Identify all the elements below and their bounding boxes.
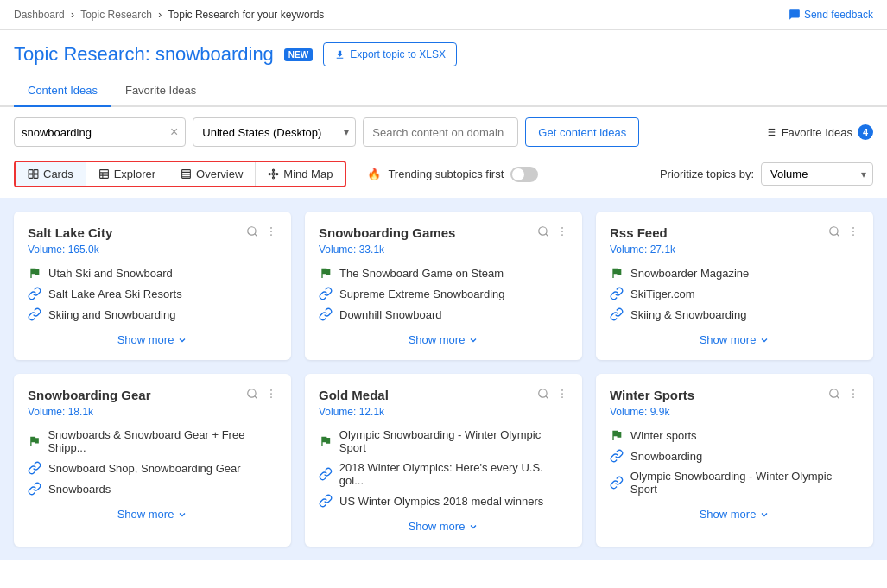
card-volume: Volume: 18.1k bbox=[28, 406, 277, 418]
prioritize-select-wrapper: Volume Efficiency Topic Efficiency bbox=[761, 162, 873, 186]
feedback-icon bbox=[789, 9, 801, 21]
svg-point-29 bbox=[270, 227, 272, 229]
svg-point-36 bbox=[561, 234, 563, 236]
card-salt-lake-city: Salt Lake City Volume: 165.0k Utah Ski a… bbox=[14, 212, 291, 360]
tab-favorite-ideas[interactable]: Favorite Ideas bbox=[111, 75, 210, 107]
card-item: Utah Ski and Snowboard bbox=[28, 266, 277, 280]
link-icon bbox=[610, 476, 624, 490]
svg-point-42 bbox=[248, 389, 256, 397]
card-more-icon[interactable] bbox=[847, 225, 859, 240]
favorite-ideas-button[interactable]: Favorite Ideas 4 bbox=[764, 124, 873, 140]
card-item: US Winter Olympics 2018 medal winners bbox=[319, 494, 568, 508]
card-more-icon[interactable] bbox=[265, 388, 277, 402]
card-item: Skiing & Snowboarding bbox=[610, 307, 859, 321]
card-snowboarding-games: Snowboarding Games Volume: 33.1k The Sno… bbox=[305, 212, 582, 360]
breadcrumb-dashboard[interactable]: Dashboard bbox=[14, 9, 65, 21]
link-icon bbox=[610, 287, 624, 300]
card-search-icon[interactable] bbox=[537, 225, 549, 240]
viewmode-explorer-button[interactable]: Explorer bbox=[86, 162, 168, 186]
chevron-down-icon bbox=[177, 509, 187, 520]
card-title: Salt Lake City bbox=[28, 225, 112, 240]
get-ideas-button[interactable]: Get content ideas bbox=[525, 117, 639, 147]
location-select[interactable]: United States (Desktop) United Kingdom (… bbox=[193, 117, 356, 147]
chevron-down-icon bbox=[468, 522, 478, 532]
card-actions bbox=[246, 388, 277, 402]
page-header: Topic Research: snowboarding new Export … bbox=[0, 30, 887, 75]
breadcrumb-current: Topic Research for your keywords bbox=[168, 9, 325, 21]
chevron-down-icon bbox=[177, 335, 187, 345]
card-search-icon[interactable] bbox=[537, 388, 549, 402]
show-more-button[interactable]: Show more bbox=[28, 508, 277, 521]
top-nav: Dashboard › Topic Research › Topic Resea… bbox=[0, 0, 887, 30]
link-icon bbox=[319, 287, 333, 300]
breadcrumb-topic-research[interactable]: Topic Research bbox=[80, 9, 152, 21]
svg-point-44 bbox=[270, 389, 272, 391]
card-title: Snowboarding Gear bbox=[28, 388, 151, 402]
card-more-icon[interactable] bbox=[265, 225, 277, 240]
card-item: Skiing and Snowboarding bbox=[28, 307, 277, 321]
show-more-button[interactable]: Show more bbox=[610, 508, 859, 521]
viewmode-overview-button[interactable]: Overview bbox=[168, 162, 256, 186]
viewmode-bar: Cards Explorer Overview bbox=[0, 157, 887, 198]
svg-rect-6 bbox=[29, 170, 33, 174]
green-flag-icon bbox=[319, 434, 333, 448]
svg-point-54 bbox=[852, 389, 854, 391]
viewmode-mindmap-button[interactable]: Mind Map bbox=[256, 162, 345, 186]
svg-rect-7 bbox=[34, 170, 38, 174]
card-more-icon[interactable] bbox=[556, 225, 568, 240]
trending-section: 🔥 Trending subtopics first bbox=[367, 167, 538, 182]
export-icon bbox=[334, 49, 345, 60]
show-more-button[interactable]: Show more bbox=[319, 333, 568, 346]
tab-content-ideas[interactable]: Content Ideas bbox=[14, 75, 111, 107]
card-search-icon[interactable] bbox=[246, 388, 258, 402]
svg-point-37 bbox=[830, 227, 838, 235]
cards-container: Salt Lake City Volume: 165.0k Utah Ski a… bbox=[0, 198, 887, 560]
card-item: Snowboards & Snowboard Gear + Free Shipp… bbox=[28, 428, 277, 454]
svg-point-31 bbox=[270, 234, 272, 236]
card-title: Gold Medal bbox=[319, 388, 389, 402]
cards-icon bbox=[28, 168, 39, 180]
card-more-icon[interactable] bbox=[847, 388, 859, 402]
prioritize-section: Prioritize topics by: Volume Efficiency … bbox=[660, 162, 873, 186]
card-title: Snowboarding Games bbox=[319, 225, 455, 240]
card-search-icon[interactable] bbox=[828, 388, 840, 402]
viewmode-cards-button[interactable]: Cards bbox=[16, 162, 86, 186]
svg-line-43 bbox=[255, 396, 257, 399]
green-flag-icon bbox=[28, 434, 41, 448]
card-header: Rss Feed bbox=[610, 225, 859, 240]
toggle-knob bbox=[512, 168, 524, 180]
keyword-input-wrapper: × bbox=[14, 117, 186, 147]
card-search-icon[interactable] bbox=[246, 225, 258, 240]
svg-point-30 bbox=[270, 231, 272, 232]
card-rss-feed: Rss Feed Volume: 27.1k Snowboarder Magaz… bbox=[596, 212, 873, 360]
card-item: Snowboarding bbox=[610, 449, 859, 463]
svg-point-56 bbox=[852, 396, 854, 398]
domain-search-input[interactable] bbox=[363, 117, 518, 147]
card-actions bbox=[246, 225, 277, 240]
export-button[interactable]: Export topic to XLSX bbox=[323, 42, 457, 66]
svg-rect-8 bbox=[29, 174, 33, 178]
send-feedback-button[interactable]: Send feedback bbox=[789, 9, 873, 21]
show-more-button[interactable]: Show more bbox=[610, 333, 859, 346]
link-icon bbox=[28, 307, 41, 321]
card-snowboarding-gear: Snowboarding Gear Volume: 18.1k Snowboar… bbox=[14, 374, 291, 547]
card-volume: Volume: 27.1k bbox=[610, 243, 859, 256]
prioritize-select[interactable]: Volume Efficiency Topic Efficiency bbox=[761, 162, 873, 186]
card-item: Snowboards bbox=[28, 482, 277, 496]
card-item: Olympic Snowboarding - Winter Olympic Sp… bbox=[319, 428, 568, 454]
svg-point-35 bbox=[561, 231, 563, 232]
keyword-input[interactable] bbox=[22, 126, 167, 139]
card-item: Salt Lake Area Ski Resorts bbox=[28, 287, 277, 300]
link-icon bbox=[610, 307, 624, 321]
show-more-button[interactable]: Show more bbox=[28, 333, 277, 346]
card-gold-medal: Gold Medal Volume: 12.1k Olympic Snowboa… bbox=[305, 374, 582, 547]
card-search-icon[interactable] bbox=[828, 225, 840, 240]
card-more-icon[interactable] bbox=[556, 388, 568, 402]
trending-toggle[interactable] bbox=[510, 167, 538, 182]
card-title: Winter Sports bbox=[610, 388, 694, 402]
svg-point-47 bbox=[539, 389, 547, 397]
clear-keyword-button[interactable]: × bbox=[170, 124, 178, 140]
card-volume: Volume: 165.0k bbox=[28, 243, 277, 256]
list-icon bbox=[764, 126, 776, 138]
show-more-button[interactable]: Show more bbox=[319, 520, 568, 533]
